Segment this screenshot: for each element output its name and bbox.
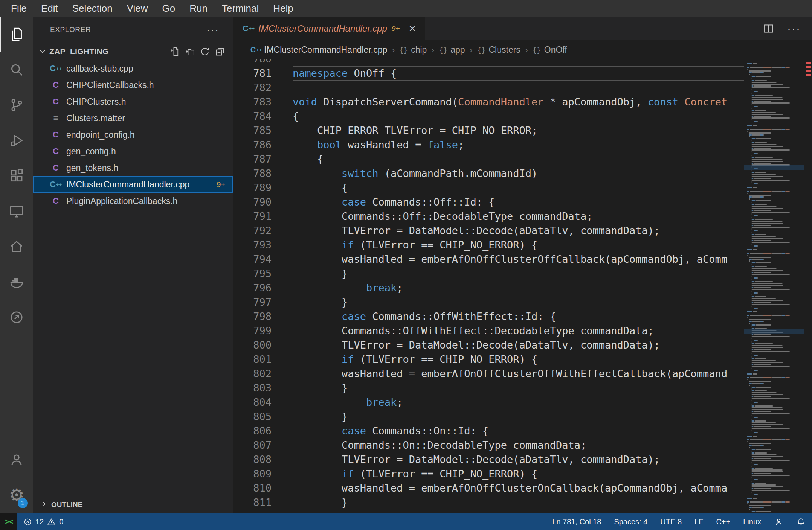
line-content[interactable]: case Commands::On::Id: {: [293, 424, 744, 438]
line-number[interactable]: 801: [233, 352, 293, 367]
code-line[interactable]: 787 {: [233, 152, 744, 166]
refresh-icon[interactable]: [200, 46, 210, 57]
line-number[interactable]: 798: [233, 309, 293, 324]
close-icon[interactable]: ×: [409, 24, 416, 34]
line-number[interactable]: 809: [233, 467, 293, 481]
line-number[interactable]: 807: [233, 438, 293, 452]
status-remote-os[interactable]: Linux: [737, 513, 768, 530]
line-content[interactable]: void DispatchServerCommand(CommandHandle…: [293, 95, 744, 109]
file-row[interactable]: CCHIPClusters.h: [33, 93, 233, 110]
line-number[interactable]: 800: [233, 338, 293, 352]
activity-accounts[interactable]: [0, 442, 33, 477]
file-row[interactable]: C++IMClusterCommandHandler.cpp9+: [33, 176, 233, 193]
line-content[interactable]: {: [293, 109, 744, 123]
code-line[interactable]: 791 Commands::Off::DecodableType command…: [233, 209, 744, 224]
code-line[interactable]: 805 }: [233, 410, 744, 424]
line-content[interactable]: }: [293, 381, 744, 395]
line-content[interactable]: TLVError = DataModel::Decode(aDataTlv, c…: [293, 338, 744, 352]
line-number[interactable]: 780: [233, 59, 293, 66]
status-encoding[interactable]: UTF-8: [654, 513, 688, 530]
code-line[interactable]: 810 wasHandled = emberAfOnOffClusterOnCa…: [233, 481, 744, 495]
line-number[interactable]: 791: [233, 209, 293, 224]
activity-search[interactable]: [0, 52, 33, 87]
activity-remote-containers[interactable]: [0, 300, 33, 335]
menu-go[interactable]: Go: [155, 0, 183, 17]
breadcrumb-item[interactable]: {}app: [439, 45, 465, 55]
activity-explorer[interactable]: [0, 17, 33, 52]
menu-view[interactable]: View: [120, 0, 155, 17]
status-problems[interactable]: 12 0: [17, 513, 69, 530]
line-content[interactable]: wasHandled = emberAfOnOffClusterOffWithE…: [293, 367, 744, 381]
breadcrumb-item[interactable]: {}Clusters: [477, 45, 520, 55]
line-number[interactable]: 794: [233, 252, 293, 267]
line-content[interactable]: break;: [293, 510, 744, 513]
remote-indicator[interactable]: ><: [0, 513, 17, 530]
file-row[interactable]: CCHIPClientCallbacks.h: [33, 77, 233, 93]
file-row[interactable]: Cgen_tokens.h: [33, 160, 233, 176]
line-number[interactable]: 803: [233, 381, 293, 395]
line-content[interactable]: Commands::Off::DecodableType commandData…: [293, 209, 744, 224]
code-line[interactable]: 781namespace OnOff {: [233, 66, 744, 81]
line-content[interactable]: CHIP_ERROR TLVError = CHIP_NO_ERROR;: [293, 123, 744, 138]
line-content[interactable]: {: [293, 181, 744, 195]
code-line[interactable]: 788 switch (aCommandPath.mCommandId): [233, 166, 744, 181]
menu-run[interactable]: Run: [182, 0, 215, 17]
line-number[interactable]: 802: [233, 367, 293, 381]
code-line[interactable]: 786 bool wasHandled = false;: [233, 138, 744, 152]
breadcrumb-item[interactable]: C++IMClusterCommandHandler.cpp: [251, 45, 387, 55]
status-feedback[interactable]: [768, 513, 790, 530]
code-line[interactable]: 789 {: [233, 181, 744, 195]
line-content[interactable]: case Commands::Off::Id: {: [293, 195, 744, 209]
folder-section-header[interactable]: ZAP_LIGHTING: [33, 43, 233, 60]
more-actions-icon[interactable]: ···: [787, 26, 801, 31]
line-number[interactable]: 797: [233, 295, 293, 309]
code-line[interactable]: 801 if (TLVError == CHIP_NO_ERROR) {: [233, 352, 744, 367]
line-content[interactable]: wasHandled = emberAfOnOffClusterOffCallb…: [293, 252, 744, 267]
code-line[interactable]: 798 case Commands::OffWithEffect::Id: {: [233, 309, 744, 324]
line-content[interactable]: {: [293, 152, 744, 166]
line-content[interactable]: }: [293, 410, 744, 424]
line-content[interactable]: case Commands::OffWithEffect::Id: {: [293, 309, 744, 324]
line-number[interactable]: 799: [233, 324, 293, 338]
status-eol[interactable]: LF: [688, 513, 710, 530]
line-number[interactable]: 790: [233, 195, 293, 209]
code-line[interactable]: 797 }: [233, 295, 744, 309]
line-content[interactable]: if (TLVError == CHIP_NO_ERROR) {: [293, 467, 744, 481]
collapse-all-icon[interactable]: [215, 46, 225, 57]
line-content[interactable]: break;: [293, 281, 744, 295]
menu-edit[interactable]: Edit: [34, 0, 65, 17]
line-number[interactable]: 795: [233, 267, 293, 281]
line-content[interactable]: TLVError = DataModel::Decode(aDataTlv, c…: [293, 452, 744, 467]
overview-ruler[interactable]: [804, 59, 812, 513]
new-folder-icon[interactable]: [185, 46, 195, 57]
menu-file[interactable]: File: [4, 0, 34, 17]
code-line[interactable]: 783void DispatchServerCommand(CommandHan…: [233, 95, 744, 109]
code-line[interactable]: 793 if (TLVError == CHIP_NO_ERROR) {: [233, 238, 744, 252]
line-content[interactable]: [293, 59, 744, 66]
code-line[interactable]: 804 break;: [233, 395, 744, 410]
activity-settings[interactable]: ⚙1: [0, 477, 33, 513]
split-editor-icon[interactable]: [763, 23, 774, 34]
line-number[interactable]: 787: [233, 152, 293, 166]
line-content[interactable]: [293, 81, 744, 95]
code-line[interactable]: 784{: [233, 109, 744, 123]
line-content[interactable]: namespace OnOff {: [293, 66, 744, 81]
activity-home[interactable]: [0, 229, 33, 264]
line-number[interactable]: 810: [233, 481, 293, 495]
activity-run-debug[interactable]: [0, 123, 33, 158]
status-indentation[interactable]: Spaces: 4: [607, 513, 654, 530]
line-number[interactable]: 805: [233, 410, 293, 424]
line-number[interactable]: 808: [233, 452, 293, 467]
code-line[interactable]: 812 break;: [233, 510, 744, 513]
code-line[interactable]: 809 if (TLVError == CHIP_NO_ERROR) {: [233, 467, 744, 481]
menu-terminal[interactable]: Terminal: [215, 0, 266, 17]
code-line[interactable]: 802 wasHandled = emberAfOnOffClusterOffW…: [233, 367, 744, 381]
line-content[interactable]: TLVError = DataModel::Decode(aDataTlv, c…: [293, 224, 744, 238]
line-number[interactable]: 784: [233, 109, 293, 123]
line-number[interactable]: 783: [233, 95, 293, 109]
breadcrumb-item[interactable]: {}OnOff: [533, 45, 567, 55]
code-line[interactable]: 807 Commands::On::DecodableType commandD…: [233, 438, 744, 452]
code-line[interactable]: 799 Commands::OffWithEffect::DecodableTy…: [233, 324, 744, 338]
line-content[interactable]: break;: [293, 395, 744, 410]
activity-extensions[interactable]: [0, 158, 33, 193]
